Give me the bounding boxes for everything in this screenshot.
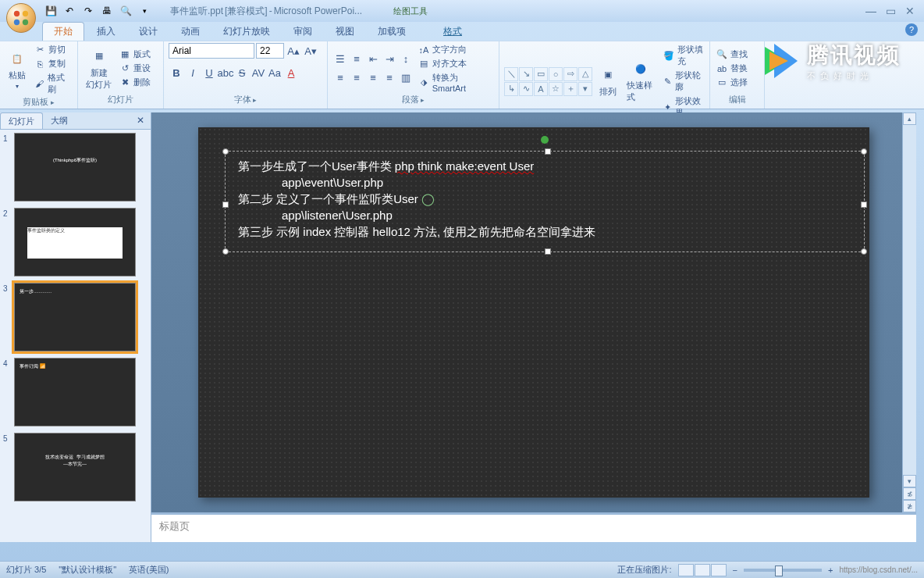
zoom-out-button[interactable]: − (733, 566, 737, 575)
select-button[interactable]: ▭选择 (715, 76, 749, 89)
font-name-select[interactable] (169, 43, 254, 59)
format-painter-button[interactable]: 🖌格式刷 (33, 71, 73, 96)
zoom-slider[interactable] (744, 569, 822, 572)
align-left-button[interactable]: ≡ (332, 70, 348, 86)
shape-connector-icon[interactable]: ↳ (504, 82, 518, 96)
layout-button[interactable]: ▦版式 (118, 48, 152, 61)
normal-view-button[interactable] (678, 564, 694, 576)
shape-rect-icon[interactable]: ▭ (534, 67, 548, 81)
qat-undo-icon[interactable]: ↶ (62, 4, 76, 18)
language-indicator[interactable]: 英语(美国) (129, 564, 169, 576)
strike-button[interactable]: S (234, 65, 250, 80)
cut-button[interactable]: ✂剪切 (33, 43, 73, 56)
slideshow-view-button[interactable] (711, 564, 727, 576)
close-button[interactable]: ✕ (905, 5, 915, 17)
find-button[interactable]: 🔍查找 (715, 48, 749, 61)
bold-button[interactable]: B (169, 65, 184, 80)
line-spacing-button[interactable]: ↕ (398, 52, 414, 67)
shape-plus-icon[interactable]: ＋ (563, 82, 578, 96)
tab-insert[interactable]: 插入 (86, 23, 126, 41)
slide-canvas-area[interactable]: 第一步生成了一个User事件类 php think make:event Use… (151, 112, 916, 512)
prev-slide-button[interactable]: ≴ (903, 487, 916, 500)
new-slide-button[interactable]: ▦ 新建 幻灯片 (83, 45, 115, 92)
shape-arrow-icon[interactable]: ↘ (519, 67, 533, 81)
replace-button[interactable]: ab替换 (715, 62, 749, 75)
tab-design[interactable]: 设计 (128, 23, 169, 41)
shape-outline-button[interactable]: ✎形状轮廓 (662, 69, 705, 94)
scroll-up-button[interactable]: ▴ (903, 112, 916, 125)
tab-slideshow[interactable]: 幻灯片放映 (212, 23, 281, 41)
thumbnail-4[interactable]: 事件订阅 📶 (14, 358, 136, 426)
shape-fill-button[interactable]: 🪣形状填充 (662, 43, 705, 68)
resize-handle-tl[interactable] (222, 148, 229, 155)
shape-triangle-icon[interactable]: △ (578, 67, 592, 81)
tab-home[interactable]: 开始 (42, 22, 84, 41)
thumbnail-3[interactable]: 第一步.............. (14, 283, 136, 351)
justify-button[interactable]: ≡ (382, 70, 397, 86)
text-direction-button[interactable]: ↕A文字方向 (417, 43, 494, 56)
notes-pane[interactable]: 标题页 (151, 512, 916, 542)
resize-handle-t[interactable] (545, 148, 551, 155)
arrange-button[interactable]: ▣排列 (595, 64, 620, 99)
shape-curve-icon[interactable]: ∿ (519, 82, 533, 96)
tab-review[interactable]: 审阅 (283, 23, 323, 41)
font-color-button[interactable]: A (283, 65, 299, 80)
smartart-button[interactable]: ⬗转换为 SmartArt (417, 71, 494, 94)
panel-tab-slides[interactable]: 幻灯片 (0, 112, 43, 129)
shadow-button[interactable]: abc (218, 65, 233, 80)
thumbnail-5[interactable]: 技术改变命运 学习成就梦想 —本节完— (14, 433, 136, 501)
align-center-button[interactable]: ≡ (349, 70, 364, 86)
panel-close-button[interactable]: ✕ (130, 112, 151, 129)
align-right-button[interactable]: ≡ (365, 70, 381, 86)
qat-more-icon[interactable]: ▾ (137, 4, 151, 18)
columns-button[interactable]: ▥ (398, 70, 414, 86)
zoom-in-button[interactable]: + (828, 566, 833, 575)
resize-handle-bl[interactable] (222, 248, 229, 255)
resize-handle-b[interactable] (545, 248, 551, 255)
bullets-button[interactable]: ☰ (332, 52, 348, 67)
resize-handle-br[interactable] (861, 248, 867, 255)
shape-brace-icon[interactable]: ⇨ (563, 67, 578, 81)
qat-preview-icon[interactable]: 🔍 (119, 4, 133, 18)
shape-more-icon[interactable]: ▾ (578, 82, 592, 96)
decrease-indent-button[interactable]: ⇤ (365, 52, 381, 67)
slide-canvas[interactable]: 第一步生成了一个User事件类 php think make:event Use… (198, 127, 869, 498)
textbox-content[interactable]: 第一步生成了一个User事件类 php think make:event Use… (226, 152, 864, 246)
resize-handle-l[interactable] (222, 202, 229, 208)
thumbnail-2[interactable]: 事件监听类的定义 (14, 208, 136, 277)
shape-oval-icon[interactable]: ○ (549, 67, 563, 81)
minimize-button[interactable]: — (865, 5, 876, 17)
content-textbox[interactable]: 第一步生成了一个User事件类 php think make:event Use… (225, 151, 865, 252)
tab-animation[interactable]: 动画 (170, 23, 211, 41)
reset-button[interactable]: ↺重设 (118, 62, 152, 75)
numbering-button[interactable]: ≡ (349, 52, 364, 67)
delete-slide-button[interactable]: ✖删除 (118, 76, 152, 89)
shape-star-icon[interactable]: ☆ (549, 82, 563, 96)
rotation-handle[interactable] (541, 136, 549, 144)
grow-font-button[interactable]: A▴ (286, 43, 301, 59)
char-spacing-button[interactable]: AV (251, 65, 266, 80)
next-slide-button[interactable]: ≵ (903, 500, 916, 512)
qat-print-icon[interactable]: 🖶 (100, 4, 114, 18)
shape-line-icon[interactable]: ＼ (504, 67, 518, 81)
shape-textbox-icon[interactable]: A (534, 82, 548, 96)
qat-save-icon[interactable]: 💾 (44, 4, 58, 18)
maximize-button[interactable]: ▭ (886, 5, 896, 17)
tab-view[interactable]: 视图 (325, 23, 365, 41)
increase-indent-button[interactable]: ⇥ (382, 52, 397, 67)
paste-button[interactable]: 📋 粘贴 ▾ (5, 48, 30, 91)
tab-addins[interactable]: 加载项 (367, 23, 417, 41)
resize-handle-tr[interactable] (861, 148, 867, 155)
copy-button[interactable]: ⎘复制 (33, 57, 73, 70)
office-button[interactable] (6, 3, 36, 33)
sorter-view-button[interactable] (695, 564, 710, 576)
thumbnails-list[interactable]: 1(Thinkphp6事件监听) 2事件监听类的定义 3第一步.........… (0, 130, 151, 542)
underline-button[interactable]: U (201, 65, 217, 80)
quick-styles-button[interactable]: 🔵快速样式 (624, 58, 659, 105)
panel-tab-outline[interactable]: 大纲 (43, 112, 76, 129)
align-text-button[interactable]: ▤对齐文本 (417, 57, 494, 70)
vertical-scrollbar[interactable]: ▴ ▾ ≴ ≵ (902, 112, 916, 512)
help-button[interactable]: ? (905, 23, 918, 36)
resize-handle-r[interactable] (861, 202, 867, 208)
font-size-select[interactable] (256, 43, 284, 59)
